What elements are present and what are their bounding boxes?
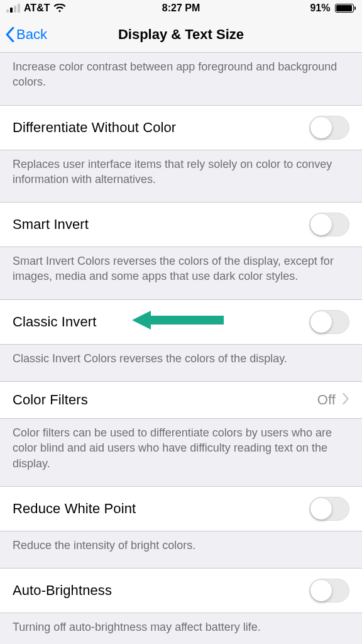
wifi-icon <box>53 4 66 13</box>
row-label: Auto-Brightness <box>13 582 112 599</box>
settings-list: Increase color contrast between app fore… <box>0 53 362 644</box>
battery-percent: 91% <box>310 3 330 14</box>
classic-invert-toggle[interactable] <box>309 310 349 334</box>
reduce-white-point-footer: Reduce the intensity of bright colors. <box>0 531 362 568</box>
smart-invert-footer: Smart Invert Colors reverses the colors … <box>0 247 362 299</box>
chevron-right-icon <box>342 392 349 408</box>
row-label: Smart Invert <box>13 216 89 233</box>
status-right: 91% <box>310 3 356 14</box>
back-button[interactable]: Back <box>5 26 47 43</box>
auto-brightness-row[interactable]: Auto-Brightness <box>0 568 362 613</box>
differentiate-without-color-toggle[interactable] <box>309 116 349 140</box>
differentiate-without-color-row[interactable]: Differentiate Without Color <box>0 105 362 150</box>
classic-invert-row[interactable]: Classic Invert <box>0 299 362 345</box>
clock: 8:27 PM <box>162 3 200 14</box>
row-label: Reduce White Point <box>13 501 136 517</box>
color-filters-footer: Color filters can be used to differentia… <box>0 419 362 486</box>
row-label: Color Filters <box>13 392 88 408</box>
auto-brightness-toggle[interactable] <box>309 579 349 602</box>
battery-icon <box>333 4 356 13</box>
contrast-footer: Increase color contrast between app fore… <box>0 53 362 105</box>
page-title: Display & Text Size <box>118 26 244 43</box>
nav-bar: Back Display & Text Size <box>0 16 362 53</box>
cellular-signal-icon <box>6 4 20 13</box>
classic-invert-footer: Classic Invert Colors reverses the color… <box>0 345 362 381</box>
color-filters-row[interactable]: Color Filters Off <box>0 381 362 419</box>
back-label: Back <box>16 26 47 43</box>
differentiate-without-color-footer: Replaces user interface items that rely … <box>0 150 362 203</box>
reduce-white-point-row[interactable]: Reduce White Point <box>0 486 362 531</box>
status-bar: AT&T 8:27 PM 91% <box>0 0 362 16</box>
reduce-white-point-toggle[interactable] <box>309 497 349 521</box>
color-filters-value: Off <box>317 392 336 408</box>
smart-invert-toggle[interactable] <box>309 213 349 236</box>
row-label: Differentiate Without Color <box>13 119 176 136</box>
row-label: Classic Invert <box>13 314 96 330</box>
auto-brightness-footer: Turning off auto-brightness may affect b… <box>0 613 362 644</box>
smart-invert-row[interactable]: Smart Invert <box>0 202 362 247</box>
carrier-label: AT&T <box>24 3 50 14</box>
status-left: AT&T <box>6 3 66 14</box>
arrow-annotation-icon <box>129 309 224 335</box>
chevron-left-icon <box>5 27 15 42</box>
